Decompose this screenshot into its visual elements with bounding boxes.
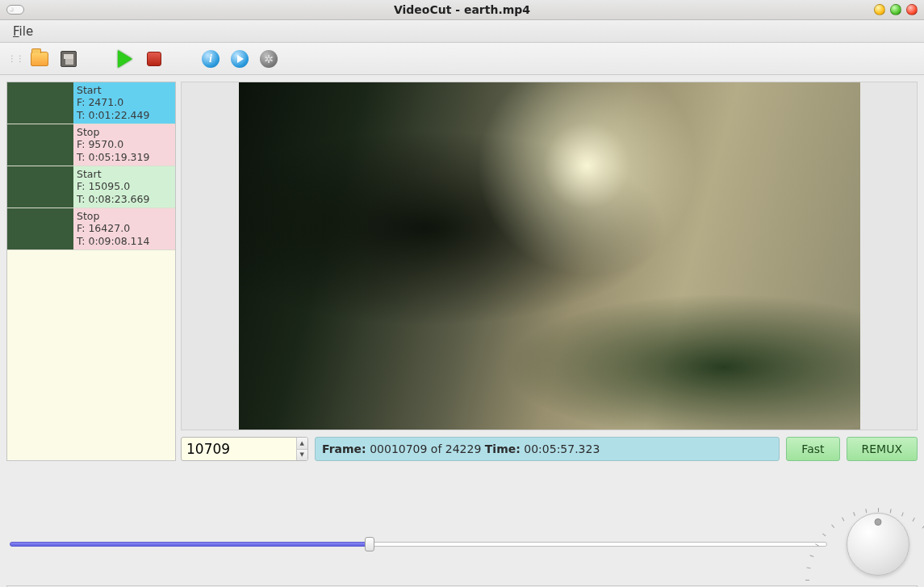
play-circle-button[interactable]: [229, 48, 250, 69]
control-row: ▲ ▼ Frame: 00010709 of 24229 Time: 00:05…: [181, 437, 918, 461]
cut-kind: Start: [77, 168, 172, 180]
seek-slider[interactable]: [10, 536, 827, 552]
jog-dial[interactable]: [842, 508, 914, 581]
gear-icon: ✲: [260, 50, 278, 68]
settings-button[interactable]: ✲: [258, 48, 279, 69]
cut-thumbnail: [7, 124, 73, 166]
cut-list-item[interactable]: Stop F: 9570.0 T: 0:05:19.319: [7, 124, 175, 166]
play-icon: [118, 50, 132, 68]
cut-thumbnail: [7, 166, 73, 208]
cut-frame: F: 15095.0: [77, 180, 172, 192]
cut-frame: F: 9570.0: [77, 138, 172, 150]
main-area: Start F: 2471.0 T: 0:01:22.449 Stop F: 9…: [0, 75, 924, 503]
info-icon: i: [202, 50, 220, 68]
frame-number-input[interactable]: [182, 438, 296, 460]
video-frame: [239, 82, 860, 430]
window-menu-icon[interactable]: [6, 5, 24, 15]
cut-time: T: 0:05:19.319: [77, 151, 172, 163]
cut-frame: F: 2471.0: [77, 96, 172, 108]
cut-time: T: 0:09:08.114: [77, 235, 172, 247]
frame-info-bar: Frame: 00010709 of 24229 Time: 00:05:57.…: [315, 437, 780, 461]
spin-down-icon[interactable]: ▼: [297, 450, 307, 461]
play-circle-icon: [231, 50, 249, 68]
menu-file[interactable]: File: [5, 20, 41, 42]
cut-kind: Stop: [77, 210, 172, 222]
seek-row: [0, 503, 924, 582]
cut-time: T: 0:08:23.669: [77, 193, 172, 205]
time-label: Time:: [485, 442, 521, 455]
toolbar: ⋮⋮ i ✲: [0, 43, 924, 75]
seek-thumb[interactable]: [365, 537, 374, 551]
video-area: ▲ ▼ Frame: 00010709 of 24229 Time: 00:05…: [181, 82, 918, 497]
window-title: VideoCut - earth.mp4: [0, 3, 924, 16]
cut-list-item[interactable]: Start F: 2471.0 T: 0:01:22.449: [7, 82, 175, 124]
fast-button[interactable]: Fast: [786, 437, 839, 461]
cut-list[interactable]: Start F: 2471.0 T: 0:01:22.449 Stop F: 9…: [6, 82, 176, 461]
cut-meta: Start F: 2471.0 T: 0:01:22.449: [73, 82, 175, 124]
play-button[interactable]: [115, 48, 136, 69]
cut-thumbnail: [7, 82, 73, 124]
maximize-icon[interactable]: [890, 4, 901, 15]
cut-list-item[interactable]: Start F: 15095.0 T: 0:08:23.669: [7, 166, 175, 208]
stop-button[interactable]: [144, 48, 165, 69]
frame-label: Frame:: [322, 442, 366, 455]
video-viewer[interactable]: [181, 82, 918, 430]
frame-value: 00010709 of 24229: [370, 442, 481, 455]
seek-fill: [10, 542, 370, 547]
floppy-save-icon: [61, 51, 77, 67]
frame-spinbox[interactable]: ▲ ▼: [181, 437, 308, 461]
cut-frame: F: 16427.0: [77, 222, 172, 234]
cut-meta: Start F: 15095.0 T: 0:08:23.669: [73, 166, 175, 208]
toolbar-grip-icon: ⋮⋮: [8, 54, 24, 63]
stop-icon: [147, 52, 161, 66]
remux-button[interactable]: REMUX: [847, 437, 918, 461]
folder-open-icon: [31, 52, 48, 66]
dial-indicator-icon: [875, 518, 882, 526]
cut-kind: Start: [77, 84, 172, 96]
info-button[interactable]: i: [200, 48, 221, 69]
cut-meta: Stop F: 9570.0 T: 0:05:19.319: [73, 124, 175, 166]
window-titlebar: VideoCut - earth.mp4: [0, 0, 924, 20]
cut-thumbnail: [7, 208, 73, 249]
time-value: 00:05:57.323: [524, 442, 600, 455]
menu-file-rest: ile: [19, 24, 34, 39]
cut-list-item[interactable]: Stop F: 16427.0 T: 0:09:08.114: [7, 208, 175, 250]
open-button[interactable]: [29, 48, 50, 69]
save-button[interactable]: [58, 48, 79, 69]
minimize-icon[interactable]: [874, 4, 885, 15]
close-icon[interactable]: [906, 4, 918, 15]
spin-up-icon[interactable]: ▲: [297, 438, 307, 450]
cut-kind: Stop: [77, 126, 172, 138]
cut-time: T: 0:01:22.449: [77, 109, 172, 121]
cut-meta: Stop F: 16427.0 T: 0:09:08.114: [73, 208, 175, 249]
menubar: File: [0, 20, 924, 43]
